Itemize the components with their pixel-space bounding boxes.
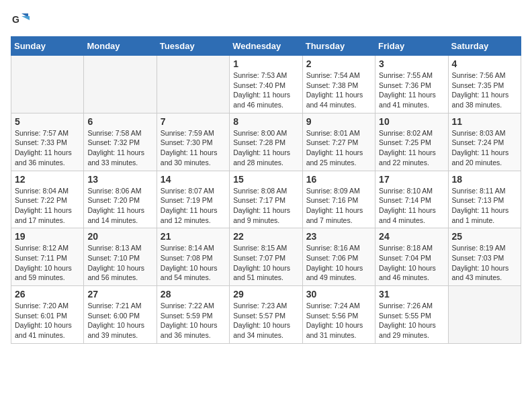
logo-icon: G [11, 11, 30, 30]
day-info: Sunrise: 7:59 AM Sunset: 7:30 PM Dayligh… [161, 128, 226, 168]
calendar-cell: 11Sunrise: 8:03 AM Sunset: 7:24 PM Dayli… [448, 113, 521, 171]
calendar-cell: 8Sunrise: 8:00 AM Sunset: 7:28 PM Daylig… [230, 113, 302, 171]
calendar-cell: 27Sunrise: 7:21 AM Sunset: 6:00 PM Dayli… [84, 286, 157, 344]
header-tuesday: Tuesday [157, 37, 229, 56]
day-info: Sunrise: 8:16 AM Sunset: 7:06 PM Dayligh… [306, 243, 371, 283]
day-number: 29 [233, 289, 298, 300]
day-number: 13 [87, 174, 152, 185]
day-number: 24 [379, 231, 444, 242]
day-number: 6 [87, 116, 152, 127]
svg-marker-2 [21, 16, 30, 20]
day-number: 26 [15, 289, 80, 300]
calendar-cell [11, 56, 84, 113]
calendar-cell: 10Sunrise: 8:02 AM Sunset: 7:25 PM Dayli… [375, 113, 448, 171]
calendar-cell [84, 56, 157, 113]
calendar-cell: 28Sunrise: 7:22 AM Sunset: 5:59 PM Dayli… [157, 286, 229, 344]
calendar-cell: 5Sunrise: 7:57 AM Sunset: 7:33 PM Daylig… [11, 113, 84, 171]
calendar-cell: 19Sunrise: 8:12 AM Sunset: 7:11 PM Dayli… [11, 228, 84, 286]
day-info: Sunrise: 7:54 AM Sunset: 7:38 PM Dayligh… [306, 71, 371, 110]
day-info: Sunrise: 7:53 AM Sunset: 7:40 PM Dayligh… [233, 71, 298, 110]
day-info: Sunrise: 8:07 AM Sunset: 7:19 PM Dayligh… [161, 186, 226, 226]
day-number: 17 [379, 174, 444, 185]
day-number: 2 [306, 58, 371, 69]
day-info: Sunrise: 8:10 AM Sunset: 7:14 PM Dayligh… [379, 186, 444, 226]
day-number: 9 [306, 116, 371, 127]
day-number: 27 [87, 289, 152, 300]
day-info: Sunrise: 8:01 AM Sunset: 7:27 PM Dayligh… [306, 128, 371, 168]
calendar: SundayMondayTuesdayWednesdayThursdayFrid… [11, 36, 521, 344]
calendar-cell: 31Sunrise: 7:26 AM Sunset: 5:55 PM Dayli… [375, 286, 448, 344]
calendar-cell: 17Sunrise: 8:10 AM Sunset: 7:14 PM Dayli… [375, 171, 448, 228]
calendar-cell: 29Sunrise: 7:23 AM Sunset: 5:57 PM Dayli… [230, 286, 302, 344]
calendar-cell: 1Sunrise: 7:53 AM Sunset: 7:40 PM Daylig… [230, 56, 302, 113]
calendar-week-4: 19Sunrise: 8:12 AM Sunset: 7:11 PM Dayli… [11, 228, 521, 286]
day-number: 23 [306, 231, 371, 242]
header-sunday: Sunday [11, 37, 84, 56]
calendar-week-3: 12Sunrise: 8:04 AM Sunset: 7:22 PM Dayli… [11, 171, 521, 228]
day-number: 16 [306, 174, 371, 185]
day-number: 11 [452, 116, 517, 127]
day-number: 10 [379, 116, 444, 127]
day-number: 5 [15, 116, 80, 127]
day-info: Sunrise: 8:18 AM Sunset: 7:04 PM Dayligh… [379, 243, 444, 283]
day-number: 31 [379, 289, 444, 300]
day-info: Sunrise: 7:56 AM Sunset: 7:35 PM Dayligh… [452, 71, 517, 110]
calendar-cell: 9Sunrise: 8:01 AM Sunset: 7:27 PM Daylig… [302, 113, 375, 171]
day-number: 18 [452, 174, 517, 185]
day-number: 19 [15, 231, 80, 242]
day-info: Sunrise: 8:11 AM Sunset: 7:13 PM Dayligh… [452, 186, 517, 226]
calendar-cell: 20Sunrise: 8:13 AM Sunset: 7:10 PM Dayli… [84, 228, 157, 286]
header-wednesday: Wednesday [230, 37, 302, 56]
day-info: Sunrise: 7:24 AM Sunset: 5:56 PM Dayligh… [306, 301, 371, 340]
day-info: Sunrise: 8:04 AM Sunset: 7:22 PM Dayligh… [15, 186, 80, 226]
day-number: 21 [161, 231, 226, 242]
day-info: Sunrise: 7:21 AM Sunset: 6:00 PM Dayligh… [87, 301, 152, 340]
calendar-cell: 22Sunrise: 8:15 AM Sunset: 7:07 PM Dayli… [230, 228, 302, 286]
day-info: Sunrise: 8:15 AM Sunset: 7:07 PM Dayligh… [233, 243, 298, 283]
calendar-cell: 21Sunrise: 8:14 AM Sunset: 7:08 PM Dayli… [157, 228, 229, 286]
day-info: Sunrise: 7:22 AM Sunset: 5:59 PM Dayligh… [161, 301, 226, 340]
day-info: Sunrise: 7:23 AM Sunset: 5:57 PM Dayligh… [233, 301, 298, 340]
day-info: Sunrise: 8:09 AM Sunset: 7:16 PM Dayligh… [306, 186, 371, 226]
day-number: 7 [161, 116, 226, 127]
calendar-week-5: 26Sunrise: 7:20 AM Sunset: 6:01 PM Dayli… [11, 286, 521, 344]
calendar-cell: 25Sunrise: 8:19 AM Sunset: 7:03 PM Dayli… [448, 228, 521, 286]
day-number: 15 [233, 174, 298, 185]
day-info: Sunrise: 8:03 AM Sunset: 7:24 PM Dayligh… [452, 128, 517, 168]
svg-text:G: G [12, 14, 19, 25]
calendar-cell: 18Sunrise: 8:11 AM Sunset: 7:13 PM Dayli… [448, 171, 521, 228]
day-number: 25 [452, 231, 517, 242]
calendar-cell: 23Sunrise: 8:16 AM Sunset: 7:06 PM Dayli… [302, 228, 375, 286]
calendar-cell: 6Sunrise: 7:58 AM Sunset: 7:32 PM Daylig… [84, 113, 157, 171]
day-number: 22 [233, 231, 298, 242]
calendar-cell: 4Sunrise: 7:56 AM Sunset: 7:35 PM Daylig… [448, 56, 521, 113]
day-number: 28 [161, 289, 226, 300]
calendar-cell: 30Sunrise: 7:24 AM Sunset: 5:56 PM Dayli… [302, 286, 375, 344]
day-number: 20 [87, 231, 152, 242]
day-info: Sunrise: 7:26 AM Sunset: 5:55 PM Dayligh… [379, 301, 444, 340]
day-info: Sunrise: 8:02 AM Sunset: 7:25 PM Dayligh… [379, 128, 444, 168]
day-info: Sunrise: 8:08 AM Sunset: 7:17 PM Dayligh… [233, 186, 298, 226]
day-info: Sunrise: 7:55 AM Sunset: 7:36 PM Dayligh… [379, 71, 444, 110]
day-info: Sunrise: 8:06 AM Sunset: 7:20 PM Dayligh… [87, 186, 152, 226]
calendar-cell: 16Sunrise: 8:09 AM Sunset: 7:16 PM Dayli… [302, 171, 375, 228]
header-thursday: Thursday [302, 37, 375, 56]
calendar-cell: 7Sunrise: 7:59 AM Sunset: 7:30 PM Daylig… [157, 113, 229, 171]
calendar-cell [448, 286, 521, 344]
calendar-week-1: 1Sunrise: 7:53 AM Sunset: 7:40 PM Daylig… [11, 56, 521, 113]
day-info: Sunrise: 8:14 AM Sunset: 7:08 PM Dayligh… [161, 243, 226, 283]
calendar-cell: 3Sunrise: 7:55 AM Sunset: 7:36 PM Daylig… [375, 56, 448, 113]
calendar-cell [157, 56, 229, 113]
header-monday: Monday [84, 37, 157, 56]
header: G [11, 11, 521, 30]
day-info: Sunrise: 8:00 AM Sunset: 7:28 PM Dayligh… [233, 128, 298, 168]
header-saturday: Saturday [448, 37, 521, 56]
calendar-week-2: 5Sunrise: 7:57 AM Sunset: 7:33 PM Daylig… [11, 113, 521, 171]
day-number: 3 [379, 58, 444, 69]
logo: G [11, 11, 32, 30]
day-info: Sunrise: 8:12 AM Sunset: 7:11 PM Dayligh… [15, 243, 80, 283]
calendar-cell: 13Sunrise: 8:06 AM Sunset: 7:20 PM Dayli… [84, 171, 157, 228]
day-info: Sunrise: 7:57 AM Sunset: 7:33 PM Dayligh… [15, 128, 80, 168]
calendar-cell: 26Sunrise: 7:20 AM Sunset: 6:01 PM Dayli… [11, 286, 84, 344]
day-number: 1 [233, 58, 298, 69]
